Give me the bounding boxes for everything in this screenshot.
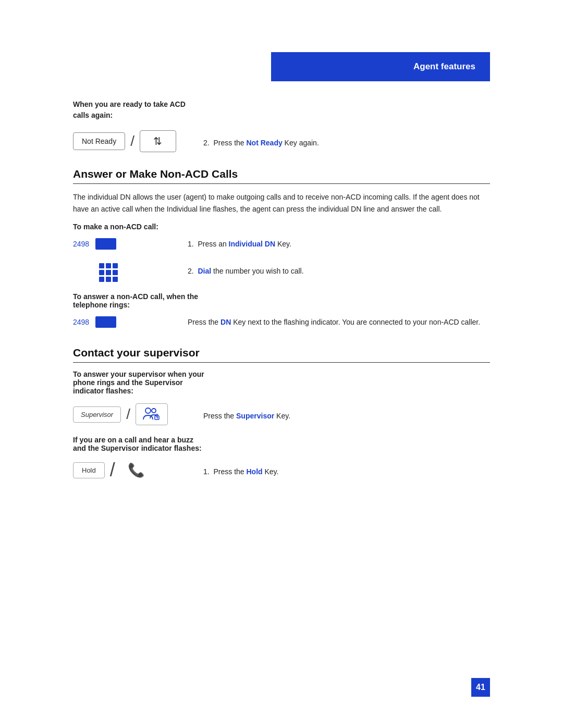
answer-call-step: Press the DN Key next to the flashing in… bbox=[188, 313, 490, 328]
not-ready-key: Not Ready bbox=[73, 132, 125, 150]
answer-super-label: To answer your supervisor when your phon… bbox=[73, 370, 490, 395]
keypad-dot bbox=[106, 270, 111, 275]
keypad-row: 2. Dial the number you wish to call. bbox=[73, 257, 490, 285]
hold-key-group: Hold / 📞 bbox=[73, 461, 188, 479]
dn-number-1: 2498 bbox=[73, 240, 89, 248]
keypad-dot bbox=[113, 277, 118, 282]
supervisor-section: Contact your supervisor To answer your s… bbox=[73, 347, 490, 479]
keypad-dot bbox=[106, 263, 111, 268]
answer-call-left: 2498 bbox=[73, 313, 188, 331]
step2-text: 2. Press the Not Ready Key again. bbox=[188, 134, 490, 149]
make-call-step1: 1. Press an Individual DN Key. bbox=[188, 235, 490, 250]
supervisor-people-icon bbox=[142, 407, 161, 422]
keypad-left bbox=[73, 257, 188, 285]
supervisor-key-group: Supervisor / bbox=[73, 403, 188, 425]
transfer-icon: ⇅ bbox=[153, 135, 162, 147]
slash-divider-2: / bbox=[126, 407, 130, 422]
when-ready-section: When you are ready to take ACD calls aga… bbox=[73, 99, 490, 152]
slash-divider-1: / bbox=[130, 134, 134, 149]
press-super-text: Press the Supervisor Key. bbox=[188, 407, 490, 422]
hold-key-row: Hold / 📞 1. Press the Hold Key. bbox=[73, 461, 490, 479]
supervisor-icon-box bbox=[136, 403, 168, 425]
keypad-icon bbox=[99, 263, 118, 282]
hold-step1-text: 1. Press the Hold Key. bbox=[188, 463, 490, 477]
dn-row-2: 2498 bbox=[73, 316, 116, 328]
keypad-dot bbox=[106, 277, 111, 282]
keypad-dot bbox=[99, 277, 104, 282]
supervisor-key-row: Supervisor / bbox=[73, 403, 490, 425]
buzz-label: If you are on a call and hear a buzz and… bbox=[73, 436, 490, 452]
main-content: When you are ready to take ACD calls aga… bbox=[73, 89, 490, 485]
make-call-label: To make a non-ACD call: bbox=[73, 223, 490, 231]
not-ready-key-group: Not Ready / ⇅ bbox=[73, 130, 188, 152]
answer-call-row: 2498 Press the DN Key next to the flashi… bbox=[73, 313, 490, 331]
page-number: 41 bbox=[471, 678, 490, 697]
make-call-step2: 2. Dial the number you wish to call. bbox=[188, 257, 490, 277]
keypad-dot bbox=[113, 263, 118, 268]
non-acd-section: Answer or Make Non-ACD Calls The individ… bbox=[73, 168, 490, 331]
keypad-dot bbox=[99, 263, 104, 268]
dn-block-2 bbox=[95, 316, 116, 328]
when-ready-label: When you are ready to take ACD calls aga… bbox=[73, 99, 490, 121]
keypad-dot bbox=[99, 270, 104, 275]
supervisor-key: Supervisor bbox=[73, 406, 121, 423]
svg-point-1 bbox=[152, 409, 156, 413]
header-title: Agent features bbox=[413, 61, 475, 72]
dn-number-2: 2498 bbox=[73, 318, 89, 326]
non-acd-para: The individual DN allows the user (agent… bbox=[73, 191, 490, 215]
transfer-icon-box: ⇅ bbox=[140, 130, 176, 152]
answer-call-label: To answer a non-ACD call, when the telep… bbox=[73, 292, 490, 309]
svg-point-0 bbox=[145, 408, 151, 413]
keypad-dot bbox=[113, 270, 118, 275]
slash-divider-3: / bbox=[110, 461, 115, 479]
dn-block-1 bbox=[95, 238, 116, 250]
make-call-left: 2498 bbox=[73, 235, 188, 253]
hold-key: Hold bbox=[73, 462, 105, 478]
phone-icon: 📞 bbox=[128, 462, 144, 478]
non-acd-heading: Answer or Make Non-ACD Calls bbox=[73, 168, 490, 184]
make-call-row: 2498 1. Press an Individual DN Key. bbox=[73, 235, 490, 253]
supervisor-heading: Contact your supervisor bbox=[73, 347, 490, 363]
dn-row-1: 2498 bbox=[73, 238, 116, 250]
not-ready-key-row: Not Ready / ⇅ 2. Press the Not Ready Key… bbox=[73, 130, 490, 152]
header-banner: Agent features bbox=[271, 52, 490, 81]
